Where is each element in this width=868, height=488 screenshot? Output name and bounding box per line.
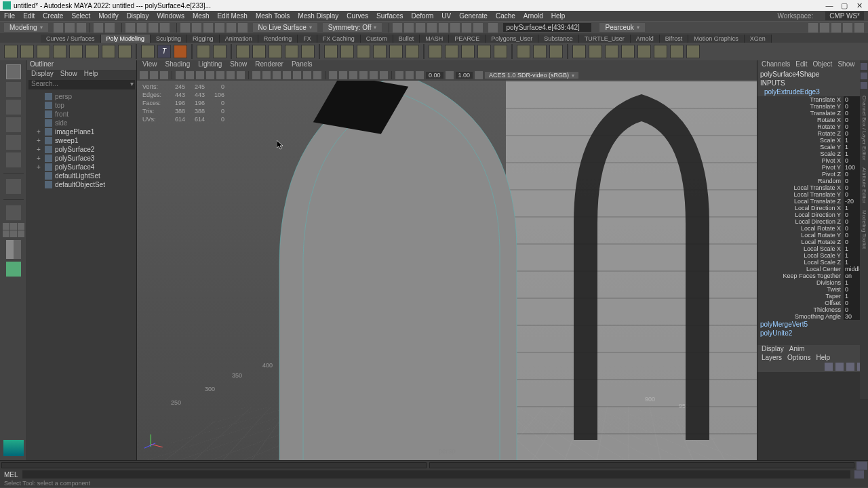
outliner-node[interactable]: persp xyxy=(27,92,136,101)
minimize-button[interactable]: — xyxy=(823,1,835,10)
cb-attr-row[interactable]: Local Rotate X0 xyxy=(757,225,868,232)
vp-icon[interactable] xyxy=(206,71,214,79)
shelf-icon[interactable] xyxy=(285,45,298,58)
vp-exposure[interactable]: 0.00 xyxy=(426,72,443,79)
outliner-node[interactable]: defaultObjectSet xyxy=(27,180,136,189)
vp-icon[interactable] xyxy=(395,71,403,79)
cb-history-node[interactable]: polyMergeVert5 xyxy=(757,320,868,329)
vp-icon[interactable] xyxy=(176,71,184,79)
shelf-icon[interactable] xyxy=(141,45,155,58)
vp-menu-view[interactable]: View xyxy=(142,60,157,70)
shelf-icon[interactable] xyxy=(494,45,507,58)
outliner-node[interactable]: defaultLightSet xyxy=(27,171,136,180)
panel-icon[interactable] xyxy=(854,23,864,33)
shelf-icon[interactable] xyxy=(340,45,354,58)
shelf-icon[interactable] xyxy=(686,45,700,58)
shelf-icon[interactable] xyxy=(670,45,684,58)
cb-attr-row[interactable]: Random0 xyxy=(757,178,868,184)
shelf-icon[interactable] xyxy=(269,45,282,58)
menu-generate[interactable]: Generate xyxy=(459,12,488,20)
shelf-icon[interactable] xyxy=(20,45,34,58)
layout-icon[interactable] xyxy=(6,240,21,259)
render-icon[interactable] xyxy=(473,23,483,33)
shelf-tab[interactable]: XGen xyxy=(745,35,772,43)
outliner-menu-show[interactable]: Show xyxy=(60,70,77,79)
shelf-icon[interactable] xyxy=(389,45,403,58)
sidetab-icon[interactable] xyxy=(861,63,867,70)
cb-history-node[interactable]: polyUnite2 xyxy=(757,329,868,338)
vp-menu-renderer[interactable]: Renderer xyxy=(255,60,283,70)
vp-icon[interactable] xyxy=(196,71,204,79)
snap-icon[interactable] xyxy=(215,23,224,33)
menu-meshtools[interactable]: Mesh Tools xyxy=(256,12,290,20)
move-tool-icon[interactable] xyxy=(6,117,21,132)
menu-cache[interactable]: Cache xyxy=(496,12,515,20)
cb-attr-row[interactable]: Local Translate Y0 xyxy=(757,191,868,198)
vp-icon[interactable] xyxy=(359,71,368,79)
vp-icon[interactable] xyxy=(313,71,321,79)
selmask-icon[interactable] xyxy=(125,23,135,33)
vp-icon[interactable] xyxy=(406,71,414,79)
sel-icon[interactable] xyxy=(488,23,498,33)
sidetab-label[interactable]: Channel Box / Layer Editor xyxy=(861,96,867,161)
shelf-icon[interactable] xyxy=(605,45,618,58)
cb-attr-row[interactable]: Local Rotate Z0 xyxy=(757,239,868,245)
menu-mesh[interactable]: Mesh xyxy=(193,12,209,20)
menu-modify[interactable]: Modify xyxy=(98,12,118,20)
vp-icon[interactable] xyxy=(446,71,454,79)
cb-attr-row[interactable]: Local Direction Z0 xyxy=(757,218,868,225)
cb-attr-row[interactable]: Scale Y1 xyxy=(757,144,868,150)
outliner-search[interactable]: Search... xyxy=(28,80,135,89)
hist-icon[interactable] xyxy=(427,23,437,33)
vp-icon[interactable] xyxy=(186,71,194,79)
shelf-tab-polymodeling[interactable]: Poly Modeling xyxy=(101,35,151,43)
panel-icon[interactable] xyxy=(831,23,841,33)
vp-icon[interactable] xyxy=(283,71,291,79)
renderer-dropdown[interactable]: Pearceuk xyxy=(599,23,644,32)
vp-icon[interactable] xyxy=(216,71,224,79)
menu-file[interactable]: File xyxy=(4,12,15,20)
vp-icon[interactable] xyxy=(140,71,148,79)
cb-attr-row[interactable]: Translate Z0 xyxy=(757,110,868,117)
menuset-dropdown[interactable]: Modeling xyxy=(4,23,48,32)
shelf-icon[interactable] xyxy=(445,45,458,58)
cb-menu-edit[interactable]: Edit xyxy=(795,60,807,70)
vp-menu-shading[interactable]: Shading xyxy=(165,60,191,70)
sidetab-label[interactable]: Modeling Toolkit xyxy=(861,210,867,249)
shelf-tab[interactable]: Custom xyxy=(361,35,393,43)
save-scene-icon[interactable] xyxy=(77,23,86,33)
cb-attr-row[interactable]: Local Direction X1 xyxy=(757,205,868,211)
shelf-tab[interactable]: TURTLE_User xyxy=(579,35,631,43)
render-icon[interactable] xyxy=(439,23,448,33)
snap-icon[interactable] xyxy=(226,23,236,33)
cb-attr-row[interactable]: Local Translate Z-20 xyxy=(757,198,868,205)
outliner-node[interactable]: side xyxy=(27,119,136,127)
snap-icon[interactable] xyxy=(238,23,248,33)
shelf-tab[interactable]: FX xyxy=(298,35,317,43)
hist-icon[interactable] xyxy=(404,23,414,33)
last-tool-icon[interactable] xyxy=(6,179,21,194)
cb-attr-row[interactable]: Smoothing Angle30 xyxy=(757,313,868,320)
selmask-icon[interactable] xyxy=(149,23,158,33)
mel-input[interactable] xyxy=(22,470,850,479)
vp-icon[interactable] xyxy=(370,71,378,79)
menu-help[interactable]: Help xyxy=(551,12,566,20)
mel-label[interactable]: MEL xyxy=(4,471,18,479)
cb-attr-row[interactable]: Offset0 xyxy=(757,300,868,306)
colorspace-dropdown[interactable]: ACES 1.0 SDR-video (sRGB) xyxy=(485,72,578,79)
vp-icon[interactable] xyxy=(226,71,235,79)
shelf-tab[interactable]: Substance xyxy=(538,35,579,43)
cb-attr-row[interactable]: Rotate Z0 xyxy=(757,130,868,137)
shelf-icon[interactable] xyxy=(213,45,226,58)
sidetab-icon[interactable] xyxy=(861,82,867,89)
shelf-icon[interactable] xyxy=(301,45,315,58)
cb-attr-row[interactable]: Scale Z1 xyxy=(757,150,868,157)
vp-icon[interactable] xyxy=(293,71,301,79)
menu-arnold[interactable]: Arnold xyxy=(524,12,543,20)
shelf-icon[interactable] xyxy=(53,45,66,58)
menu-uv[interactable]: UV xyxy=(441,12,451,20)
menu-editmesh[interactable]: Edit Mesh xyxy=(217,12,247,20)
vp-icon[interactable] xyxy=(150,71,158,79)
vp-icon[interactable] xyxy=(273,71,281,79)
shelf-tab[interactable]: Sculpting xyxy=(151,35,187,43)
